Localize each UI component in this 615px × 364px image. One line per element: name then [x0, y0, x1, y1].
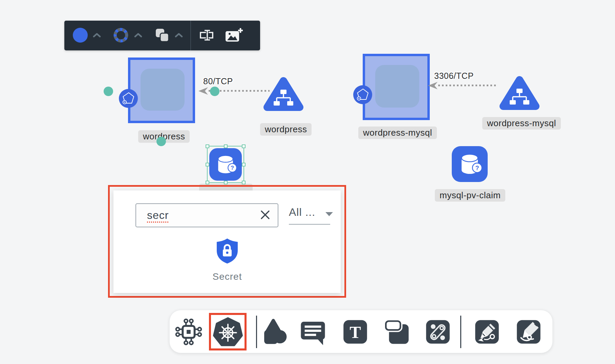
pvc-node-mysql-pv-claim[interactable]: ? — [452, 146, 488, 183]
canvas-app: 80/TCP wordpress wordpress 3306/TCP word… — [0, 0, 615, 364]
connection-point[interactable] — [156, 137, 166, 146]
chevron-up-icon — [93, 33, 101, 39]
resize-handle[interactable] — [206, 163, 209, 166]
connection-point[interactable] — [104, 87, 113, 96]
clear-search-icon[interactable] — [260, 210, 270, 221]
resize-handle[interactable] — [242, 163, 246, 166]
resize-handle[interactable] — [224, 144, 228, 148]
svg-text:?: ? — [475, 165, 479, 172]
comment-tool[interactable] — [297, 316, 328, 347]
resize-handle[interactable] — [242, 181, 246, 184]
result-label: Secret — [200, 271, 254, 282]
arrowhead-icon — [198, 87, 208, 96]
image-plus-icon — [225, 27, 243, 44]
pod-inner-shape — [375, 65, 419, 108]
deployment-name-chip[interactable]: wordpress-mysql — [482, 117, 561, 130]
frame-tool[interactable] — [382, 316, 413, 347]
add-image-button[interactable] — [225, 27, 243, 44]
style-toolbar — [64, 21, 260, 50]
text-tool[interactable]: T — [340, 316, 371, 347]
port-label: 3306/TCP — [434, 71, 474, 81]
pod-inner-shape — [141, 69, 185, 111]
fill-color-button[interactable] — [72, 27, 101, 44]
pod-node-wordpress-mysql[interactable] — [363, 54, 430, 120]
toolbar-divider — [190, 21, 191, 50]
network-diagram-tool[interactable] — [173, 316, 204, 347]
connector-tool[interactable] — [422, 316, 453, 347]
shape-search-popup: secr All ... Secret — [113, 190, 341, 293]
text-tool-glyph: T — [349, 323, 361, 342]
resize-handle[interactable] — [242, 144, 246, 148]
pencil-sketch-tool[interactable] — [513, 316, 544, 347]
deployment-node-wordpress-mysql[interactable] — [497, 71, 542, 116]
search-query-text: secr — [147, 209, 169, 221]
fill-color-swatch-icon — [72, 27, 88, 44]
chevron-up-icon — [175, 33, 183, 39]
chevron-up-icon — [134, 33, 142, 39]
deployment-node-wordpress[interactable] — [261, 72, 305, 117]
toolbar-divider — [256, 316, 257, 348]
shapes-tool[interactable] — [258, 316, 289, 347]
overlapping-squares-icon — [154, 27, 170, 44]
pvc-name-chip[interactable]: mysql-pv-claim — [435, 189, 505, 202]
resize-handle[interactable] — [206, 181, 209, 184]
filter-selected-value: All ... — [289, 206, 315, 218]
deployment-name-chip[interactable]: wordpress — [260, 123, 312, 136]
kubernetes-tool[interactable] — [212, 316, 243, 347]
toolbar-divider — [460, 316, 461, 348]
port-label: 80/TCP — [203, 76, 233, 86]
search-input[interactable]: secr — [135, 203, 278, 227]
pod-badge-icon — [353, 85, 373, 106]
tool-palette: T — [169, 310, 553, 353]
text-cursor-box-icon — [198, 27, 216, 44]
rename-button[interactable] — [198, 27, 216, 44]
select-underline — [289, 224, 330, 225]
pen-arrow-tool[interactable] — [471, 316, 503, 347]
secret-shield-icon — [215, 259, 239, 265]
search-result-secret[interactable]: Secret — [200, 237, 254, 282]
connector-line[interactable] — [438, 85, 496, 86]
pod-name-chip[interactable]: wordpress-mysql — [358, 127, 437, 139]
arrowhead-icon — [428, 82, 438, 91]
connection-point[interactable] — [210, 87, 219, 96]
resize-handle[interactable] — [224, 181, 228, 184]
dashed-ring-icon — [112, 27, 129, 45]
type-filter-select[interactable]: All ... — [289, 206, 330, 219]
resize-handle[interactable] — [206, 144, 209, 148]
pod-badge-icon — [119, 89, 138, 110]
stroke-style-button[interactable] — [112, 27, 142, 45]
selection-box — [207, 146, 244, 183]
copy-style-button[interactable] — [154, 27, 183, 44]
caret-down-icon — [325, 211, 334, 218]
